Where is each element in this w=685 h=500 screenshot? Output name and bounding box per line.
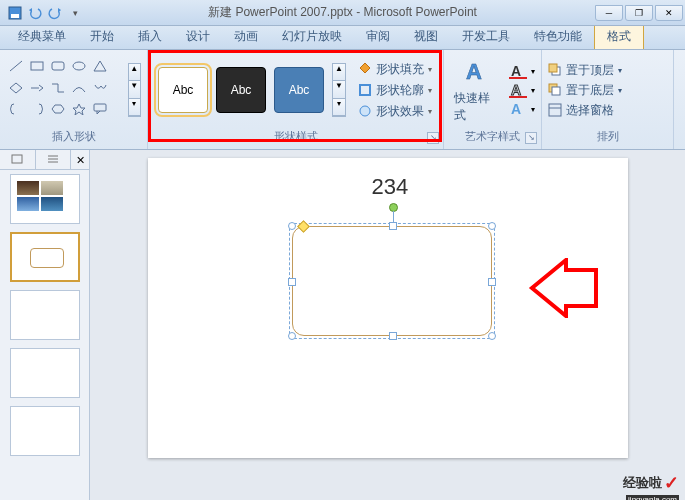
svg-rect-3	[31, 62, 43, 70]
canvas-area[interactable]: 234	[90, 150, 685, 500]
tab-format[interactable]: 格式	[594, 23, 644, 49]
tab-addin[interactable]: 特色功能	[522, 24, 594, 49]
close-button[interactable]: ✕	[655, 5, 683, 21]
handle-e[interactable]	[488, 278, 496, 286]
group-shape-styles: Abc Abc Abc ▲▼▾ 形状填充▾ 形状轮廓▾ 形状效果▾ 形状样式↘	[148, 50, 444, 149]
svg-rect-19	[549, 104, 561, 116]
watermark-check-icon: ✓	[664, 472, 679, 494]
thumb-slide-1[interactable]	[10, 174, 80, 224]
text-fill-button[interactable]: A▾	[509, 63, 535, 79]
quick-styles-button[interactable]: A 快速样式	[450, 54, 503, 126]
ribbon: ▲▼▾ 插入形状 Abc Abc Abc ▲▼▾ 形状填充▾ 形状轮廓▾ 形状效…	[0, 50, 685, 150]
shape-freeform-icon[interactable]	[92, 81, 108, 95]
svg-text:A: A	[466, 59, 482, 84]
svg-rect-16	[549, 64, 557, 72]
svg-text:A: A	[511, 101, 521, 117]
text-effects-button[interactable]: A▾	[509, 101, 535, 117]
tab-view[interactable]: 视图	[402, 24, 450, 49]
shape-oval-icon[interactable]	[71, 59, 87, 73]
tab-home[interactable]: 开始	[78, 24, 126, 49]
handle-nw[interactable]	[288, 222, 296, 230]
svg-rect-13	[509, 96, 527, 98]
ribbon-tabs: 经典菜单 开始 插入 设计 动画 幻灯片放映 审阅 视图 开发工具 特色功能 格…	[0, 26, 685, 50]
svg-rect-11	[509, 77, 527, 79]
redo-icon[interactable]	[46, 4, 64, 22]
shape-hexagon-icon[interactable]	[50, 102, 66, 116]
tab-classic[interactable]: 经典菜单	[6, 24, 78, 49]
svg-rect-1	[11, 14, 19, 18]
shape-callout-icon[interactable]	[92, 102, 108, 116]
shape-arrow-icon[interactable]	[29, 81, 45, 95]
shape-triangle-icon[interactable]	[92, 59, 108, 73]
group-arrange: 置于顶层▾ 置于底层▾ 选择窗格 排列	[542, 50, 674, 149]
shape-star-icon[interactable]	[71, 102, 87, 116]
shape-outline-button[interactable]: 形状轮廓▾	[358, 82, 432, 99]
undo-icon[interactable]	[26, 4, 44, 22]
tab-review[interactable]: 审阅	[354, 24, 402, 49]
group-wordart-styles: A 快速样式 A▾ A▾ A▾ 艺术字样式↘	[444, 50, 542, 149]
handle-ne[interactable]	[488, 222, 496, 230]
tab-insert[interactable]: 插入	[126, 24, 174, 49]
shape-brace2-icon[interactable]	[29, 102, 45, 116]
wordart-launcher-icon[interactable]: ↘	[525, 132, 537, 144]
handle-sw[interactable]	[288, 332, 296, 340]
tab-slideshow[interactable]: 幻灯片放映	[270, 24, 354, 49]
handle-se[interactable]	[488, 332, 496, 340]
thumb-slide-3[interactable]	[10, 290, 80, 340]
handle-s[interactable]	[389, 332, 397, 340]
titlebar: ▾ 新建 PowerPoint 2007.pptx - Microsoft Po…	[0, 0, 685, 26]
panel-tab-outline[interactable]	[36, 150, 72, 169]
annotation-red-arrow	[528, 258, 598, 318]
styles-scroll[interactable]: ▲▼▾	[332, 63, 346, 117]
group-label-shape-styles: 形状样式↘	[154, 127, 437, 146]
group-insert-shapes: ▲▼▾ 插入形状	[0, 50, 148, 149]
panel-close-icon[interactable]: ✕	[71, 150, 89, 169]
svg-rect-7	[360, 85, 370, 95]
send-back-button[interactable]: 置于底层▾	[548, 82, 622, 99]
minimize-button[interactable]: ─	[595, 5, 623, 21]
style-preset-2[interactable]: Abc	[216, 67, 266, 113]
restore-button[interactable]: ❐	[625, 5, 653, 21]
tab-design[interactable]: 设计	[174, 24, 222, 49]
style-preset-3[interactable]: Abc	[274, 67, 324, 113]
shape-styles-launcher-icon[interactable]: ↘	[427, 132, 439, 144]
handle-w[interactable]	[288, 278, 296, 286]
shape-line-icon[interactable]	[8, 59, 24, 73]
bring-front-button[interactable]: 置于顶层▾	[548, 62, 622, 79]
svg-rect-18	[552, 87, 560, 95]
thumb-slide-5[interactable]	[10, 406, 80, 456]
shape-effects-button[interactable]: 形状效果▾	[358, 103, 432, 120]
shape-brace-icon[interactable]	[8, 102, 24, 116]
group-label-wordart: 艺术字样式↘	[450, 127, 535, 146]
shape-rounded-rectangle[interactable]	[292, 226, 492, 336]
qat-more-icon[interactable]: ▾	[66, 4, 84, 22]
shape-curve-icon[interactable]	[71, 81, 87, 95]
svg-line-2	[10, 61, 22, 71]
style-preset-1[interactable]: Abc	[158, 67, 208, 113]
svg-text:A: A	[511, 63, 521, 79]
panel-tab-slides[interactable]	[0, 150, 36, 169]
slide-thumbnails	[0, 170, 89, 500]
save-icon[interactable]	[6, 4, 24, 22]
slide-canvas[interactable]: 234	[148, 158, 628, 458]
thumb-slide-2[interactable]	[10, 232, 80, 282]
selection-pane-button[interactable]: 选择窗格	[548, 102, 622, 119]
shape-roundrect-icon[interactable]	[50, 59, 66, 73]
adjust-handle-icon[interactable]	[297, 220, 310, 233]
shape-connector-icon[interactable]	[50, 81, 66, 95]
text-outline-button[interactable]: A▾	[509, 82, 535, 98]
shape-fill-button[interactable]: 形状填充▾	[358, 61, 432, 78]
handle-n[interactable]	[389, 222, 397, 230]
tab-animation[interactable]: 动画	[222, 24, 270, 49]
text-234[interactable]: 234	[372, 174, 409, 200]
shape-diamond-icon[interactable]	[8, 81, 24, 95]
tab-developer[interactable]: 开发工具	[450, 24, 522, 49]
svg-rect-4	[52, 62, 64, 70]
slide-panel: ✕	[0, 150, 90, 500]
shape-rect-icon[interactable]	[29, 59, 45, 73]
shapes-gallery[interactable]	[6, 57, 124, 123]
thumb-slide-4[interactable]	[10, 348, 80, 398]
group-label-arrange: 排列	[548, 127, 667, 146]
svg-rect-21	[12, 155, 22, 163]
shapes-scroll[interactable]: ▲▼▾	[128, 63, 141, 117]
